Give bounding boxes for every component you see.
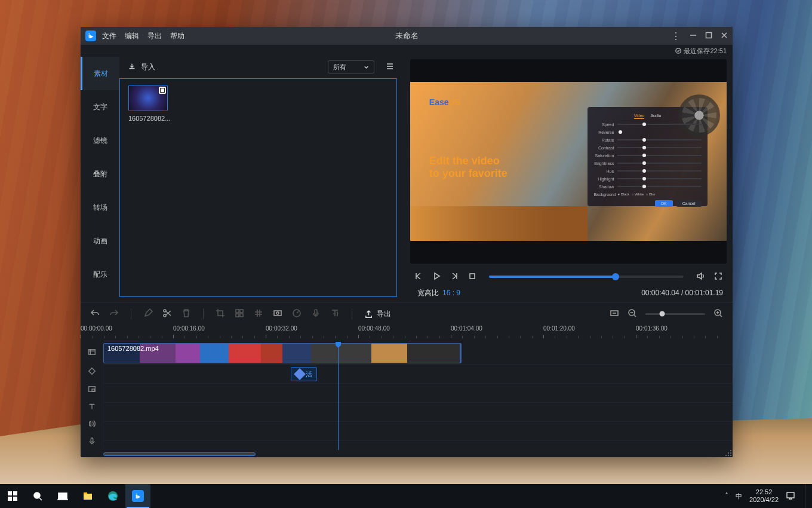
zoom-slider[interactable] xyxy=(645,313,705,315)
play-button[interactable] xyxy=(432,271,441,283)
text-to-speech-button[interactable] xyxy=(330,308,340,320)
track-icon-video[interactable] xyxy=(81,342,103,363)
resize-grip-icon[interactable] xyxy=(725,450,731,456)
menu-bar: 文件 编辑 导出 帮助 xyxy=(102,31,184,41)
media-thumb-label: 1605728082... xyxy=(128,115,170,122)
track-icon-voice[interactable] xyxy=(81,433,103,450)
overlay-clip[interactable]: 活 xyxy=(291,367,317,381)
diamond-icon xyxy=(294,368,306,380)
start-button[interactable] xyxy=(0,484,25,508)
list-view-icon[interactable] xyxy=(379,62,395,73)
titlebar: i▸ 文件 编辑 导出 帮助 未命名 ⋮ xyxy=(81,27,733,45)
svg-point-10 xyxy=(276,312,279,314)
track-icon-pip[interactable] xyxy=(81,380,103,397)
tray-ime[interactable]: 中 xyxy=(736,492,742,501)
sidebar-item-media[interactable]: 素材 xyxy=(81,57,119,90)
minimize-button[interactable] xyxy=(690,32,697,41)
seekbar-knob[interactable] xyxy=(612,273,619,280)
sidebar-item-text[interactable]: 文字 xyxy=(81,90,119,124)
close-button[interactable] xyxy=(721,32,728,41)
ruler-tick: 00:00:16.00 xyxy=(173,325,205,332)
media-panel: 导入 所有 1605728082... xyxy=(119,57,403,302)
preview-controls xyxy=(410,264,727,287)
pip-track[interactable] xyxy=(103,384,733,403)
audio-track[interactable] xyxy=(103,422,733,441)
track-icon-overlay[interactable] xyxy=(81,363,103,380)
overlay-track[interactable]: 活 xyxy=(103,365,733,384)
grid-button[interactable] xyxy=(254,308,263,320)
preview-viewport[interactable]: EaseUS Edit the videoto your favorite Vi… xyxy=(410,59,727,264)
sidebar-item-filter[interactable]: 滤镜 xyxy=(81,124,119,157)
system-tray: ˄ 中 22:522020/4/22 xyxy=(725,484,812,508)
menu-export[interactable]: 导出 xyxy=(147,31,162,41)
next-frame-button[interactable] xyxy=(450,271,459,283)
media-bin[interactable]: 1605728082... xyxy=(119,78,397,297)
taskbar-edge[interactable] xyxy=(100,484,125,508)
ruler-tick: 00:01:20.00 xyxy=(543,325,575,332)
seekbar-fill xyxy=(489,276,616,278)
video-clip[interactable]: 1605728082.mp4 xyxy=(103,343,462,363)
svg-rect-20 xyxy=(8,491,12,495)
embedded-settings-panel: VideoAudio Speed Reverse Rotate Contrast… xyxy=(593,114,701,207)
video-editor-window: i▸ 文件 编辑 导出 帮助 未命名 ⋮ 最近保存 22:51 素材 文字 滤镜… xyxy=(81,27,733,457)
scrollbar-thumb[interactable] xyxy=(103,452,256,456)
crop-button[interactable] xyxy=(216,308,225,320)
preview-seekbar[interactable] xyxy=(489,276,684,278)
track-icon-text[interactable] xyxy=(81,397,103,415)
menu-edit[interactable]: 编辑 xyxy=(125,31,139,41)
sidebar-item-transition[interactable]: 转场 xyxy=(81,191,119,224)
more-icon[interactable]: ⋮ xyxy=(671,30,681,42)
tray-chevron-up-icon[interactable]: ˄ xyxy=(725,492,728,500)
prev-frame-button[interactable] xyxy=(414,271,423,283)
import-label[interactable]: 导入 xyxy=(141,62,155,72)
stop-button[interactable] xyxy=(467,271,477,283)
timeline-ruler[interactable]: 00:00:00.0000:00:16.0000:00:32.0000:00:4… xyxy=(81,325,733,342)
taskbar-video-editor[interactable]: i▸ xyxy=(125,484,150,508)
media-thumb-item[interactable]: 1605728082... xyxy=(128,85,170,122)
mosaic-button[interactable] xyxy=(235,308,244,320)
volume-icon[interactable] xyxy=(696,271,705,283)
tray-clock[interactable]: 22:522020/4/22 xyxy=(749,488,779,503)
track-icon-audio[interactable] xyxy=(81,415,103,432)
sidebar-item-animation[interactable]: 动画 xyxy=(81,224,119,258)
media-thumbnail[interactable] xyxy=(128,85,168,111)
edit-button[interactable] xyxy=(143,308,153,320)
svg-rect-5 xyxy=(236,310,239,313)
taskbar-explorer[interactable] xyxy=(75,484,100,508)
menu-help[interactable]: 帮助 xyxy=(170,31,184,41)
menu-file[interactable]: 文件 xyxy=(102,31,116,41)
media-filter-dropdown[interactable]: 所有 xyxy=(328,60,374,74)
zoom-slider-knob[interactable] xyxy=(660,311,665,317)
voiceover-button[interactable] xyxy=(311,308,321,320)
fullscreen-icon[interactable] xyxy=(713,271,723,283)
sidebar-item-overlay[interactable]: 叠附 xyxy=(81,157,119,191)
svg-point-3 xyxy=(164,310,166,312)
freeze-frame-button[interactable] xyxy=(273,308,282,320)
speed-button[interactable] xyxy=(292,308,302,320)
export-button[interactable]: 导出 xyxy=(364,309,391,319)
svg-point-24 xyxy=(34,492,40,498)
video-track[interactable]: 1605728082.mp4 xyxy=(103,342,733,365)
redo-button[interactable] xyxy=(109,308,119,320)
category-sidebar: 素材 文字 滤镜 叠附 转场 动画 配乐 xyxy=(81,57,119,302)
import-icon[interactable] xyxy=(128,62,136,72)
task-view-button[interactable] xyxy=(50,484,75,508)
search-button[interactable] xyxy=(25,484,50,508)
maximize-button[interactable] xyxy=(705,32,712,41)
zoom-fit-button[interactable] xyxy=(610,308,619,320)
split-button[interactable] xyxy=(162,308,172,320)
zoom-in-button[interactable] xyxy=(713,308,723,320)
timeline-scrollbar[interactable] xyxy=(103,451,733,457)
svg-rect-21 xyxy=(13,491,17,495)
text-track[interactable] xyxy=(103,403,733,422)
timeline-playhead[interactable] xyxy=(338,342,339,450)
tray-notifications-icon[interactable] xyxy=(786,491,795,501)
undo-button[interactable] xyxy=(90,308,100,320)
svg-rect-19 xyxy=(91,438,93,442)
show-desktop-button[interactable] xyxy=(805,484,808,508)
delete-button[interactable] xyxy=(182,308,191,320)
preview-headline: Edit the videoto your favorite xyxy=(429,155,508,179)
zoom-out-button[interactable] xyxy=(628,308,637,320)
sidebar-item-music[interactable]: 配乐 xyxy=(81,258,119,291)
ruler-tick: 00:00:32.00 xyxy=(266,325,297,332)
